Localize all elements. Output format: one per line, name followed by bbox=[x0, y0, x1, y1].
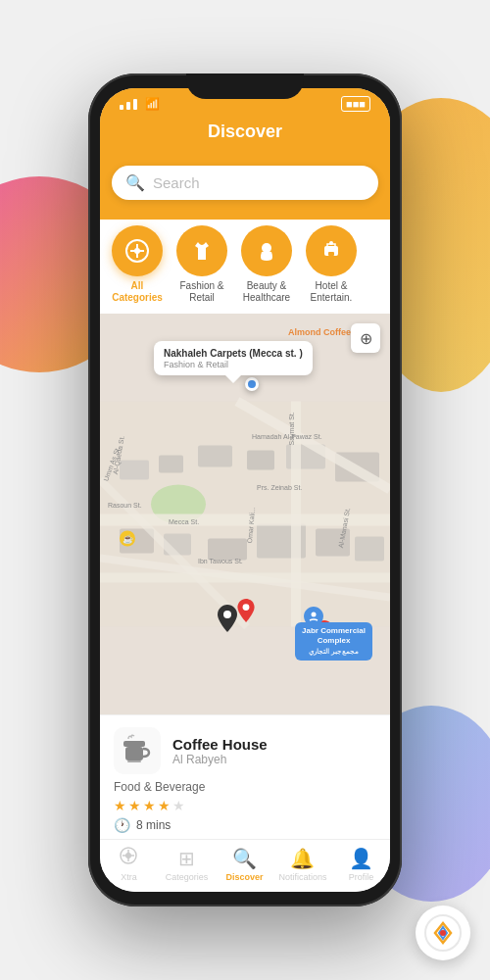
svg-rect-44 bbox=[123, 741, 145, 747]
map-pin-selected[interactable] bbox=[218, 605, 237, 636]
signal-bar-3 bbox=[133, 99, 137, 110]
map-label-jabr: Jabr CommercialComplexمجمع جبر التجاري bbox=[295, 622, 372, 661]
svg-text:Mecca St.: Mecca St. bbox=[169, 518, 199, 525]
card-icon bbox=[114, 727, 161, 774]
svg-text:Rasoun St.: Rasoun St. bbox=[108, 502, 142, 509]
user-location-dot bbox=[245, 377, 259, 391]
category-all-label: AllCategories bbox=[112, 280, 163, 304]
nav-xtra-icon bbox=[119, 846, 138, 870]
svg-rect-11 bbox=[159, 456, 183, 473]
nav-notifications-icon: 🔔 bbox=[290, 847, 315, 870]
category-beauty-icon bbox=[241, 225, 292, 276]
nav-profile-label: Profile bbox=[349, 872, 374, 882]
nav-profile[interactable]: 👤 Profile bbox=[337, 847, 384, 882]
star-5: ★ bbox=[172, 798, 185, 813]
hotel-icon-svg bbox=[318, 238, 344, 264]
star-1: ★ bbox=[114, 798, 126, 813]
nav-notifications[interactable]: 🔔 Notifications bbox=[278, 847, 326, 882]
svg-point-7 bbox=[329, 241, 333, 245]
svg-point-52 bbox=[440, 930, 446, 936]
svg-rect-45 bbox=[125, 747, 143, 760]
category-hotel-label: Hotel &Entertain. bbox=[311, 280, 353, 304]
nav-discover[interactable]: 🔍 Discover bbox=[220, 847, 268, 882]
nav-categories[interactable]: ⊞ Categories bbox=[163, 847, 210, 882]
map-pin-user bbox=[245, 377, 259, 391]
svg-point-43 bbox=[312, 612, 317, 617]
app-title: Discover bbox=[208, 122, 282, 141]
phone-frame: 📶 ■■■ Discover 🔍 Search bbox=[88, 74, 402, 906]
svg-point-50 bbox=[125, 853, 131, 858]
status-left: 📶 bbox=[120, 97, 160, 111]
category-fashion-icon bbox=[176, 225, 227, 276]
beauty-icon-svg bbox=[254, 238, 279, 264]
app-header: Discover bbox=[100, 116, 390, 156]
svg-text:Prs. Zeinab St.: Prs. Zeinab St. bbox=[257, 484, 302, 491]
star-3: ★ bbox=[143, 798, 156, 813]
map-area[interactable]: Rasoun St. Hamadah Al-Fawaz St. Ibn Tawo… bbox=[100, 314, 390, 714]
map-popup-title: Nakhaleh Carpets (Mecca st. ) bbox=[164, 347, 303, 360]
logo-svg bbox=[423, 913, 463, 953]
nav-categories-label: Categories bbox=[166, 872, 209, 882]
bottom-nav: Xtra ⊞ Categories 🔍 Discover 🔔 Notificat… bbox=[100, 839, 390, 892]
category-beauty[interactable]: Beauty &Healthcare bbox=[237, 225, 296, 304]
map-pin-red1-svg bbox=[237, 599, 255, 622]
category-hotel[interactable]: Hotel &Entertain. bbox=[302, 225, 361, 304]
nav-discover-icon: 🔍 bbox=[232, 847, 257, 870]
svg-point-4 bbox=[262, 243, 271, 253]
coffee-icon-svg bbox=[120, 733, 155, 768]
map-pin-red-1[interactable] bbox=[237, 599, 255, 626]
card-info: Coffee House Al Rabyeh bbox=[172, 736, 268, 766]
map-pin-black-svg bbox=[218, 605, 237, 632]
category-all-icon bbox=[112, 225, 163, 276]
svg-rect-46 bbox=[127, 760, 141, 762]
svg-rect-21 bbox=[355, 537, 384, 562]
svg-point-40 bbox=[223, 611, 231, 618]
card-category: Food & Beverage bbox=[114, 780, 376, 794]
svg-rect-13 bbox=[247, 451, 274, 470]
nav-notifications-label: Notifications bbox=[278, 872, 326, 882]
star-2: ★ bbox=[128, 798, 141, 813]
phone-screen: 📶 ■■■ Discover 🔍 Search bbox=[100, 88, 390, 892]
app-logo-badge bbox=[416, 906, 470, 960]
search-container-wrapper: 🔍 Search bbox=[100, 156, 390, 220]
nav-xtra[interactable]: Xtra bbox=[105, 846, 152, 882]
search-icon: 🔍 bbox=[125, 173, 145, 192]
clock-icon: 🕐 bbox=[114, 817, 130, 833]
category-fashion[interactable]: Fashion &Retail bbox=[172, 225, 231, 304]
wifi-icon: 📶 bbox=[145, 97, 160, 111]
bottom-card[interactable]: Coffee House Al Rabyeh Food & Beverage ★… bbox=[100, 714, 390, 839]
category-fashion-label: Fashion &Retail bbox=[179, 280, 223, 304]
svg-text:☕: ☕ bbox=[122, 533, 134, 545]
battery-indicator: ■■■ bbox=[341, 96, 370, 112]
search-placeholder: Search bbox=[153, 174, 365, 191]
card-location: Al Rabyeh bbox=[172, 753, 268, 766]
svg-rect-6 bbox=[328, 252, 334, 256]
svg-text:Hamadah Al-Fawaz St.: Hamadah Al-Fawaz St. bbox=[252, 433, 322, 440]
time-row: 🕐 8 mins bbox=[114, 817, 376, 833]
time-text: 8 mins bbox=[136, 818, 171, 832]
svg-point-3 bbox=[134, 248, 140, 254]
nav-discover-label: Discover bbox=[225, 872, 263, 882]
fashion-icon-svg bbox=[189, 238, 215, 264]
categories-row: AllCategories Fashion &Retail Beaut bbox=[100, 220, 390, 314]
card-top-row: Coffee House Al Rabyeh bbox=[114, 727, 376, 774]
map-popup[interactable]: Nakhaleh Carpets (Mecca st. ) Fashion & … bbox=[154, 341, 313, 375]
svg-text:Saymat St.: Saymat St. bbox=[288, 412, 296, 445]
svg-text:Ibn Tawous St.: Ibn Tawous St. bbox=[198, 558, 243, 564]
location-button[interactable]: ⊕ bbox=[351, 323, 380, 353]
signal-indicator bbox=[120, 99, 137, 110]
category-hotel-icon bbox=[306, 225, 357, 276]
stars-row: ★ ★ ★ ★ ★ bbox=[114, 798, 376, 813]
nav-xtra-label: Xtra bbox=[121, 872, 137, 882]
signal-bar-1 bbox=[120, 105, 123, 110]
nav-profile-icon: 👤 bbox=[349, 847, 373, 870]
svg-rect-27 bbox=[100, 573, 390, 583]
signal-bar-2 bbox=[126, 102, 130, 110]
category-all[interactable]: AllCategories bbox=[108, 225, 167, 304]
search-bar[interactable]: 🔍 Search bbox=[112, 166, 378, 200]
category-beauty-label: Beauty &Healthcare bbox=[243, 280, 290, 304]
star-4: ★ bbox=[158, 798, 171, 813]
phone-notch bbox=[186, 74, 304, 99]
svg-rect-12 bbox=[198, 446, 232, 467]
map-popup-sub: Fashion & Retail bbox=[164, 360, 303, 369]
